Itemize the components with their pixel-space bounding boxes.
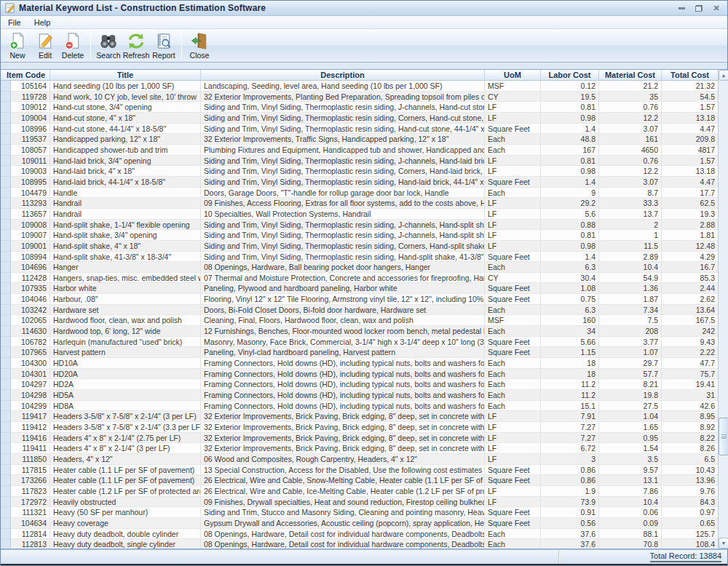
close-icon[interactable]: ✕ (710, 3, 723, 13)
column-header-labor-cost[interactable]: Labor Cost (541, 70, 599, 80)
new-button[interactable]: New (4, 31, 31, 61)
row-selector-cell[interactable] (1, 134, 11, 145)
table-row[interactable]: 109011 Hand-laid brick, 3/4" opening Sid… (1, 156, 718, 167)
row-selector-cell[interactable] (1, 433, 11, 444)
row-selector-cell[interactable] (1, 347, 11, 358)
table-row[interactable]: 117815 Heater cable (1.1 LF per SF of pa… (1, 465, 718, 476)
scroll-up-icon[interactable]: ▲ (719, 70, 728, 81)
table-row[interactable]: 105164 Hand seeding (10 lbs per 1,000 SF… (1, 81, 718, 92)
table-row[interactable]: 104300 HD10A Framing Connectors, Hold do… (1, 358, 718, 369)
table-row[interactable]: 109007 Hand-split shake, 3/4" opening Si… (1, 230, 718, 241)
table-row[interactable]: 113293 Handrail 09 Finishes, Access Floo… (1, 198, 718, 209)
table-row[interactable]: 117823 Heater cable (1.2 LF per SF of pr… (1, 486, 718, 497)
table-row[interactable]: 109004 Hand-cut stone, 4" x 18" Siding a… (1, 113, 718, 124)
row-selector-cell[interactable] (1, 358, 11, 369)
table-row[interactable]: 104301 HD20A Framing Connectors, Hold do… (1, 369, 718, 380)
row-selector-cell[interactable] (1, 443, 11, 454)
row-selector-cell[interactable] (1, 124, 11, 135)
row-selector-cell[interactable] (1, 166, 11, 177)
close-button[interactable]: Close (186, 31, 213, 61)
row-selector-cell[interactable] (1, 337, 11, 348)
row-selector-cell[interactable] (1, 81, 11, 92)
table-row[interactable]: 112813 Heavy duty deadbolt, single cylin… (1, 539, 718, 549)
row-selector-cell[interactable] (1, 230, 11, 241)
table-row[interactable]: 108057 Handicapped shower-tub and trim P… (1, 145, 718, 156)
table-row[interactable]: 102065 Hardwood floor, clean, wax and po… (1, 315, 718, 326)
table-row[interactable]: 108994 Hand-split shake, 41-3/8" x 18-3/… (1, 252, 718, 263)
edit-button[interactable]: Edit (31, 31, 59, 61)
table-row[interactable]: 172972 Heavily obstructed 09 Finishes, D… (1, 497, 718, 508)
row-selector-cell[interactable] (1, 252, 11, 263)
column-header-description[interactable]: Description (201, 70, 485, 80)
table-row[interactable]: 173266 Heater cable (1.1 LF per SF of pa… (1, 475, 718, 486)
table-row[interactable]: 119411 Headers 4" x 8" x 2-1/4" (3 per L… (1, 443, 718, 454)
column-header-title[interactable]: Title (50, 70, 201, 80)
menu-file[interactable]: File (8, 18, 21, 27)
row-selector-cell[interactable] (1, 518, 11, 529)
table-row[interactable]: 113657 Handrail 10 Specialties, Wall Pro… (1, 209, 718, 220)
minimize-icon[interactable] (675, 3, 688, 13)
row-selector-cell[interactable] (1, 539, 11, 549)
table-row[interactable]: 103242 Hardware set Doors, Bi-Fold Close… (1, 305, 718, 316)
search-button[interactable]: Search (95, 31, 122, 61)
table-row[interactable]: 108995 Hand-laid brick, 44-1/4" x 18-5/8… (1, 177, 718, 188)
column-header-total-cost[interactable]: Total Cost (662, 70, 718, 80)
table-row[interactable]: 104046 Harbour, .08" Flooring, Vinyl 12"… (1, 294, 718, 305)
row-selector-cell[interactable] (1, 465, 11, 476)
table-row[interactable]: 111321 Heavy (50 SF per manhour) Siding … (1, 507, 718, 518)
column-header-item-code[interactable]: Item Code ▽ (1, 70, 50, 80)
report-button[interactable]: Report (150, 31, 178, 61)
row-selector-cell[interactable] (1, 305, 11, 316)
row-selector-cell[interactable] (1, 497, 11, 508)
row-selector-cell[interactable] (1, 241, 11, 252)
table-row[interactable]: 109008 Hand-split shake, 1-1/4" flexible… (1, 220, 718, 231)
table-row[interactable]: 108996 Hand-cut stone, 44-1/4" x 18-5/8"… (1, 124, 718, 135)
table-row[interactable]: 119728 Hand work, 10 CY job, level site,… (1, 92, 718, 103)
table-row[interactable]: 106782 Harlequin (manufactured "used" br… (1, 337, 718, 348)
row-selector-cell[interactable] (1, 379, 11, 390)
table-row[interactable]: 104298 HD5A Framing Connectors, Hold dow… (1, 390, 718, 401)
row-selector-cell[interactable] (1, 273, 11, 284)
refresh-button[interactable]: Refresh (122, 31, 150, 61)
row-selector-cell[interactable] (1, 262, 11, 273)
row-selector-cell[interactable] (1, 422, 11, 433)
table-row[interactable]: 109003 Hand-laid brick, 4" x 18" Siding … (1, 166, 718, 177)
row-selector-cell[interactable] (1, 283, 11, 294)
row-selector-cell[interactable] (1, 198, 11, 209)
column-header-uom[interactable]: UoM (485, 70, 541, 80)
menu-help[interactable]: Help (34, 18, 51, 27)
table-row[interactable]: 104297 HD2A Framing Connectors, Hold dow… (1, 379, 718, 390)
row-selector-cell[interactable] (1, 156, 11, 167)
vertical-scrollbar[interactable]: ▲ ▼ (718, 70, 728, 549)
row-selector-cell[interactable] (1, 390, 11, 401)
table-row[interactable]: 104696 Hanger 08 Openings, Hardware, Bal… (1, 262, 718, 273)
table-row[interactable]: 109012 Hand-cut stone, 3/4" opening Sidi… (1, 102, 718, 113)
row-selector-cell[interactable] (1, 454, 11, 465)
row-selector-cell[interactable] (1, 113, 11, 124)
row-selector-cell[interactable] (1, 411, 11, 422)
row-selector-cell[interactable] (1, 507, 11, 518)
row-selector-cell[interactable] (1, 209, 11, 220)
scrollbar-thumb[interactable] (719, 418, 728, 455)
scroll-down-icon[interactable]: ▼ (719, 538, 728, 549)
row-selector-cell[interactable] (1, 401, 11, 412)
row-selector-cell[interactable] (1, 294, 11, 305)
row-selector-cell[interactable] (1, 220, 11, 231)
table-row[interactable]: 119412 Headers 3-5/8" x 7-5/8" x 2-1/4" … (1, 422, 718, 433)
row-selector-cell[interactable] (1, 177, 11, 188)
table-row[interactable]: 112814 Heavy duty deadbolt, double cylin… (1, 529, 718, 540)
table-row[interactable]: 119537 Handicapped parking, 12" x 18" 32… (1, 134, 718, 145)
table-row[interactable]: 114630 Hardwood top, 6' long, 12" wide 1… (1, 326, 718, 337)
table-row[interactable]: 104634 Heavy coverage Gypsum Drywall and… (1, 518, 718, 529)
table-row[interactable]: 111850 Headers, 4" x 12" 06 Wood and Com… (1, 454, 718, 465)
table-row[interactable]: 107965 Harvest pattern Paneling, Vinyl-c… (1, 347, 718, 358)
table-row[interactable]: 107935 Harbor white Paneling, Plywood an… (1, 283, 718, 294)
delete-button[interactable]: Delete (59, 31, 87, 61)
restore-icon[interactable] (692, 3, 705, 13)
table-row[interactable]: 104299 HD8A Framing Connectors, Hold dow… (1, 401, 718, 412)
row-selector-cell[interactable] (1, 326, 11, 337)
table-row[interactable]: 112428 Hangers, snap-ties, misc. embedde… (1, 273, 718, 284)
table-row[interactable]: 119416 Headers 4" x 8" x 2-1/4" (2.75 pe… (1, 433, 718, 444)
row-selector-cell[interactable] (1, 102, 11, 113)
table-row[interactable]: 119417 Headers 3-5/8" x 7-5/8" x 2-1/4" … (1, 411, 718, 422)
